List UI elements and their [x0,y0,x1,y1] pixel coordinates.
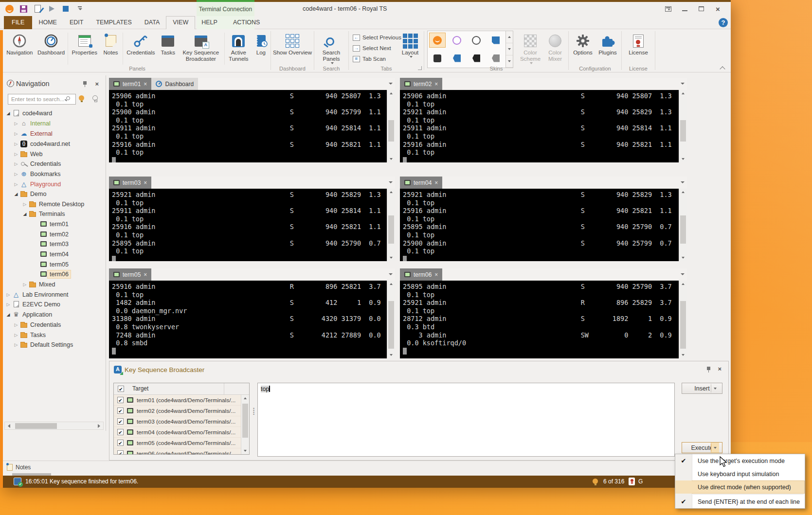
pin-panel-button[interactable] [706,367,711,373]
pane-menu-chevron[interactable] [389,273,393,275]
tree-item-mixed[interactable]: ▷Mixed [3,279,106,289]
expander-icon[interactable]: ◢ [21,212,28,216]
close-tab-icon[interactable]: × [144,271,147,278]
license-status-icon[interactable] [629,478,635,485]
skins-scroll-up-button[interactable] [506,31,513,43]
expander-icon[interactable]: ▷ [13,121,19,126]
app-logo-icon[interactable] [5,4,14,13]
tab-view[interactable]: VIEW [166,16,195,29]
tab-term04[interactable]: term04× [400,177,442,189]
run-button[interactable] [47,4,56,13]
expander-icon[interactable]: ▷ [13,182,19,187]
stop-button[interactable] [61,4,70,13]
pane-menu-chevron[interactable] [389,181,393,183]
expander-icon[interactable]: ◢ [13,192,19,196]
tree-item-app-tasks[interactable]: ▷Tasks [3,330,106,340]
target-column-header[interactable]: Target [132,385,148,392]
expander-icon[interactable]: ▷ [13,152,19,157]
tab-term06[interactable]: term06× [400,268,442,281]
ribbon-display-options-button[interactable] [662,4,674,14]
insert-button[interactable]: Insert [682,383,722,394]
tab-data[interactable]: DATA [138,16,166,29]
pane-menu-chevron[interactable] [681,83,685,85]
close-tab-icon[interactable]: × [144,81,147,88]
skin-blue-phone[interactable] [487,33,504,48]
select-next-button[interactable]: →Select Next [352,43,401,53]
tasks-panel-button[interactable]: Tasks [158,31,179,65]
tree-item-term01[interactable]: term01 [3,219,106,229]
lightbulb-icon[interactable] [593,479,598,484]
skin-office-gray[interactable] [487,51,504,66]
scrollbar-thumb[interactable] [680,120,686,142]
tree-item-web[interactable]: ▷Web [3,149,106,159]
scrollbar-thumb[interactable] [388,120,394,142]
expander-icon[interactable]: ▷ [13,161,19,166]
expander-icon[interactable]: ▷ [5,292,12,297]
minimize-button[interactable] [679,4,691,14]
properties-panel-button[interactable]: Properties [69,31,100,65]
terminal-screen-term01[interactable]: 25906 admin S 940 25807 1.3 0.1 top 2590… [109,90,387,162]
show-overview-button[interactable]: Show Overview [272,31,313,65]
terminal-screen-term03[interactable]: 25921 admin S 940 25829 1.3 0.1 top 2591… [109,189,387,261]
insert-dropdown-button[interactable] [711,383,719,393]
expander-icon[interactable]: ▷ [21,282,28,287]
color-scheme-button[interactable]: Color Scheme [517,31,544,65]
select-previous-button[interactable]: ←Select Previous [352,32,401,43]
tab-edit[interactable]: EDIT [63,16,90,29]
target-row-term03[interactable]: ✔term03 (code4ward/Demo/Terminals/... [114,416,241,427]
edit-document-button[interactable] [33,4,42,13]
tree-item-term06[interactable]: term06 [3,269,106,279]
credentials-panel-button[interactable]: Credentials [124,31,158,65]
save-button[interactable] [19,4,28,13]
menu-item-direct-mode[interactable]: Use direct mode (when supported) [675,480,805,494]
terminal-scrollbar[interactable] [679,90,687,162]
close-tab-icon[interactable]: × [434,271,438,278]
layout-button[interactable]: Layout [398,31,422,65]
tree-item-code4ward[interactable]: ◢code4ward [3,108,106,118]
tab-actions[interactable]: ACTIONS [227,16,267,29]
tree-item-default-settings[interactable]: ▷Default Settings [3,339,106,350]
tree-item-playground[interactable]: ▷△Playground [3,179,106,189]
target-row-term06[interactable]: ✔term06 (code4ward/Demo/Terminals/... [114,448,241,455]
expander-icon[interactable]: ▷ [13,172,19,177]
tab-term05[interactable]: term05× [109,268,151,281]
notes-tab[interactable]: Notes [7,464,31,471]
tab-file[interactable]: FILE [4,16,32,29]
tree-item-demo[interactable]: ◢Demo [3,189,106,199]
terminal-scrollbar[interactable] [679,189,687,261]
close-panel-button[interactable]: × [95,80,99,88]
terminal-scrollbar[interactable] [387,189,395,261]
filter-bulb-on-button[interactable] [79,95,85,101]
terminal-screen-term06[interactable]: 25895 admin S 940 25790 3.7 0.1 top 2592… [400,281,679,358]
execute-dropdown-button[interactable] [711,443,719,453]
scrollbar-thumb[interactable] [242,404,248,438]
expander-icon[interactable]: ◢ [5,111,12,116]
dashboard-panel-button[interactable]: Dashboard [36,31,67,65]
expander-icon[interactable]: ▷ [21,202,28,207]
tree-item-term05[interactable]: term05 [3,259,106,269]
expander-icon[interactable]: ◢ [5,312,12,317]
target-row-term05[interactable]: ✔term05 (code4ward/Demo/Terminals/... [114,438,241,448]
checkbox[interactable]: ✔ [117,397,124,403]
scrollbar-thumb[interactable] [680,301,686,349]
pane-menu-chevron[interactable] [681,181,685,183]
tree-item-app-credentials[interactable]: ▷Credentials [3,320,106,330]
key-sequence-input[interactable]: top [257,383,675,457]
tree-item-term04[interactable]: term04 [3,249,106,259]
menu-item-target-execution-mode[interactable]: ✔Use the target's execution mode [675,454,805,467]
expander-icon[interactable]: ▷ [13,322,19,327]
tree-item-application[interactable]: ◢♛Application [3,309,106,320]
terminal-screen-term02[interactable]: 25906 admin S 940 25807 1.3 0.1 top 2592… [400,90,679,162]
tree-item-terminals[interactable]: ◢Terminals [3,209,106,219]
tab-home[interactable]: HOME [32,16,63,29]
expander-icon[interactable]: ▷ [5,302,12,307]
pin-panel-button[interactable] [83,81,87,87]
close-panel-button[interactable]: × [718,365,722,373]
skins-scroll-down-button[interactable] [506,43,513,55]
skin-office-blue[interactable] [449,51,465,66]
log-panel-button[interactable]: Log [252,31,271,65]
tree-item-credentials[interactable]: ▷Credentials [3,159,106,169]
checkbox[interactable]: ✔ [117,418,124,425]
customize-quick-access-button[interactable] [75,4,84,13]
scrollbar-thumb[interactable] [388,301,394,349]
